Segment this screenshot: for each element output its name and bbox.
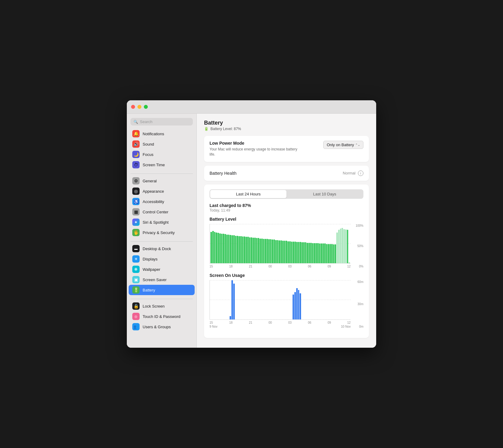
- last-charged-sub: Today, 11:49: [210, 208, 363, 212]
- last-charged: Last charged to 87% Today, 11:49: [210, 203, 363, 212]
- search-container: 🔍 Search: [127, 117, 196, 129]
- battery-bar: [289, 241, 291, 263]
- maximize-button[interactable]: [144, 105, 148, 109]
- battery-bar: [254, 238, 256, 263]
- battery-bar: [296, 242, 298, 263]
- sidebar-group-2: ⚙ General ◎ Appearance ♿ Accessibility ▦…: [127, 176, 196, 238]
- battery-icon: 🔋: [132, 286, 140, 294]
- minimize-button[interactable]: [137, 105, 141, 109]
- battery-bar: [301, 242, 303, 263]
- battery-bar: [245, 237, 247, 263]
- sidebar-item-desktopdock[interactable]: ▬ Desktop & Dock: [129, 243, 195, 254]
- close-button[interactable]: [131, 105, 135, 109]
- low-power-dropdown[interactable]: Only on Battery ⌃⌄: [323, 141, 363, 149]
- battery-bar: [214, 232, 216, 263]
- sidebar-item-general[interactable]: ⚙ General: [129, 176, 195, 186]
- touchid-icon: ◎: [132, 313, 140, 320]
- sidebar-item-lockscreen[interactable]: 🔒 Lock Screen: [129, 301, 195, 311]
- low-power-desc: Your Mac will reduce energy usage to inc…: [210, 147, 301, 157]
- sidebar-item-screensaver[interactable]: ▣ Screen Saver: [129, 274, 195, 285]
- last-charged-title: Last charged to 87%: [210, 203, 363, 208]
- battery-bar: [212, 231, 214, 263]
- sidebar-item-screentime[interactable]: ⏱ Screen Time: [129, 160, 195, 170]
- battery-bar: [279, 240, 280, 263]
- sidebar-item-siri[interactable]: ✦ Siri & Spotlight: [129, 217, 195, 227]
- sidebar-item-focus[interactable]: 🌙 Focus: [129, 149, 195, 160]
- battery-bar: [328, 244, 329, 263]
- sidebar-item-appearance[interactable]: ◎ Appearance: [129, 186, 195, 196]
- search-placeholder: Search: [140, 119, 152, 124]
- controlcenter-icon: ▦: [132, 208, 140, 215]
- sidebar-item-displays[interactable]: ☀ Displays: [129, 254, 195, 264]
- screen-bar: [298, 290, 300, 319]
- page-header: Battery 🔋 Battery Level: 87%: [204, 120, 369, 131]
- screentime-icon: ⏱: [132, 161, 140, 168]
- low-power-row: Low Power Mode Your Mac will reduce ener…: [210, 141, 363, 157]
- low-power-title: Low Power Mode: [210, 141, 301, 146]
- battery-bar: [331, 244, 333, 263]
- battery-bar: [277, 240, 279, 263]
- screen-bar: [231, 280, 233, 319]
- general-icon: ⚙: [132, 177, 140, 184]
- battery-bar: [223, 234, 224, 263]
- battery-health-value: Normal i: [343, 171, 363, 176]
- screen-bar: [293, 295, 294, 319]
- sidebar-item-privacy[interactable]: 🖐 Privacy & Security: [129, 227, 195, 238]
- desktopdock-label: Desktop & Dock: [143, 246, 171, 251]
- divider-3: [130, 299, 193, 299]
- battery-bar: [308, 243, 310, 263]
- battery-bar: [231, 235, 233, 263]
- battery-bar: [210, 232, 212, 263]
- battery-bar: [317, 243, 319, 263]
- sidebar-item-battery[interactable]: 🔋 Battery: [129, 285, 195, 295]
- battery-bar: [244, 236, 245, 263]
- sidebar-item-controlcenter[interactable]: ▦ Control Center: [129, 207, 195, 217]
- sidebar-item-notifications[interactable]: 🔔 Notifications: [129, 129, 195, 139]
- battery-bar: [294, 242, 296, 263]
- sidebar-item-touchid[interactable]: ◎ Touch ID & Password: [129, 311, 195, 322]
- sidebar-item-users[interactable]: 👥 Users & Groups: [129, 322, 195, 332]
- screen-y-labels: 60m 30m 0m: [352, 280, 363, 328]
- touchid-label: Touch ID & Password: [143, 314, 180, 319]
- battery-bar: [300, 242, 301, 263]
- battery-bar: [340, 229, 342, 263]
- battery-bar: [287, 241, 289, 263]
- battery-bar: [321, 243, 322, 263]
- sidebar-item-wallpaper[interactable]: ❋ Wallpaper: [129, 264, 195, 274]
- info-icon: i: [360, 171, 361, 175]
- battery-bar: [273, 240, 275, 263]
- battery-bar: [326, 244, 328, 263]
- battery-bar: [298, 242, 300, 263]
- battery-bar: [347, 230, 349, 263]
- battery-level-chart-title: Battery Level: [210, 217, 363, 222]
- dropdown-chevron-icon: ⌃⌄: [355, 143, 360, 146]
- battery-health-info-button[interactable]: i: [358, 171, 363, 176]
- screensaver-icon: ▣: [132, 276, 140, 283]
- tab-24h[interactable]: Last 24 Hours: [210, 190, 286, 198]
- displays-label: Displays: [143, 257, 158, 261]
- screen-usage-chart-title: Screen On Usage: [210, 273, 363, 278]
- battery-bar: [242, 236, 244, 263]
- page-title: Battery: [204, 120, 369, 126]
- battery-x-labels: 15 18 21 00 03 06 09 12: [210, 265, 351, 268]
- battery-bar: [307, 243, 308, 263]
- lockscreen-icon: 🔒: [132, 302, 140, 310]
- search-box[interactable]: 🔍 Search: [130, 118, 193, 126]
- sidebar-item-sound[interactable]: 🔊 Sound: [129, 139, 195, 149]
- battery-bar: [261, 239, 263, 263]
- battery-bar: [252, 238, 254, 263]
- battery-bar: [338, 230, 340, 263]
- tab-10d[interactable]: Last 10 Days: [286, 190, 363, 198]
- battery-bar: [293, 242, 294, 263]
- battery-bar: [329, 244, 331, 263]
- battery-bar: [314, 243, 315, 263]
- screen-bars-container: [210, 280, 351, 319]
- sidebar-group-3: ▬ Desktop & Dock ☀ Displays ❋ Wallpaper …: [127, 243, 196, 295]
- sound-label: Sound: [143, 142, 154, 146]
- sidebar-item-accessibility[interactable]: ♿ Accessibility: [129, 196, 195, 207]
- tab-switcher: Last 24 Hours Last 10 Days: [210, 189, 363, 199]
- battery-bar: [319, 243, 321, 263]
- battery-bar: [251, 237, 252, 263]
- battery-bar: [268, 239, 270, 263]
- battery-level-line: 🔋 Battery Level: 87%: [204, 127, 369, 131]
